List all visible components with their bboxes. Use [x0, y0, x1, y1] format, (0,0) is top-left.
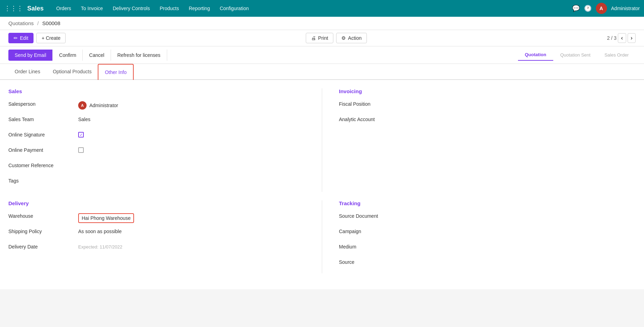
tracking-section: Tracking Source Document Campaign Medium…: [339, 200, 636, 273]
sales-team-label: Sales Team: [8, 115, 78, 122]
tags-value[interactable]: [78, 177, 305, 178]
section-separator: [8, 192, 636, 200]
source-row: Source: [339, 258, 636, 269]
shipping-policy-row: Shipping Policy As soon as possible: [8, 227, 305, 238]
user-avatar[interactable]: A: [596, 3, 607, 14]
edit-icon: ✏: [14, 35, 18, 41]
warehouse-highlight[interactable]: Hai Phong Warehouse: [78, 213, 134, 223]
online-signature-value[interactable]: [78, 131, 305, 138]
warehouse-row: Warehouse Hai Phong Warehouse: [8, 212, 305, 223]
vertical-divider-1: [322, 88, 322, 192]
source-document-value[interactable]: [409, 212, 636, 213]
nav-delivery-controls[interactable]: Delivery Controls: [109, 3, 154, 13]
user-name[interactable]: Administrator: [611, 6, 640, 11]
source-value[interactable]: [409, 258, 636, 259]
nav-icons: 💬 🕐 A Administrator: [572, 3, 640, 14]
campaign-row: Campaign: [339, 227, 636, 238]
brand-name[interactable]: Sales: [27, 5, 44, 12]
sales-section: Sales Salesperson A Administrator Sales …: [8, 88, 305, 192]
delivery-date-row: Delivery Date Expected: 11/07/2022: [8, 243, 305, 254]
analytic-account-value[interactable]: [409, 115, 636, 117]
online-signature-checkbox[interactable]: [78, 132, 84, 138]
nav-reporting[interactable]: Reporting: [185, 3, 214, 13]
delivery-date-label: Delivery Date: [8, 243, 78, 250]
warehouse-value[interactable]: Hai Phong Warehouse: [78, 212, 305, 223]
delivery-section: Delivery Warehouse Hai Phong Warehouse S…: [8, 200, 305, 273]
pagination: 2 / 3 ‹ ›: [607, 33, 636, 43]
warehouse-label: Warehouse: [8, 212, 78, 219]
fiscal-position-label: Fiscal Position: [339, 100, 409, 107]
medium-row: Medium: [339, 243, 636, 254]
analytic-account-label: Analytic Account: [339, 115, 409, 122]
pagination-next[interactable]: ›: [628, 33, 636, 43]
main-content: Sales Salesperson A Administrator Sales …: [0, 80, 644, 289]
edit-button[interactable]: ✏ Edit: [8, 33, 34, 43]
chat-icon[interactable]: 💬: [572, 5, 580, 12]
tabs-bar: Order Lines Optional Products Other Info: [0, 64, 644, 80]
vertical-divider-2: [322, 200, 322, 273]
salesperson-avatar: A: [78, 101, 87, 110]
breadcrumb-current: S00008: [42, 20, 60, 26]
action-button[interactable]: ⚙ Action: [336, 33, 367, 43]
refresh-button[interactable]: Refresh for licenses: [111, 50, 167, 61]
online-signature-label: Online Signature: [8, 131, 78, 138]
shipping-policy-label: Shipping Policy: [8, 227, 78, 234]
delivery-date-value[interactable]: Expected: 11/07/2022: [78, 243, 305, 250]
pagination-prev[interactable]: ‹: [618, 33, 626, 43]
analytic-account-row: Analytic Account: [339, 115, 636, 126]
gear-icon: ⚙: [341, 35, 346, 41]
online-payment-checkbox[interactable]: [78, 147, 84, 153]
status-quotation[interactable]: Quotation: [518, 49, 553, 61]
nav-to-invoice[interactable]: To Invoice: [77, 3, 107, 13]
delivery-section-title: Delivery: [8, 200, 305, 206]
cancel-button[interactable]: Cancel: [83, 50, 111, 61]
invoicing-section: Invoicing Fiscal Position Analytic Accou…: [339, 88, 636, 192]
breadcrumb-parent[interactable]: Quotations: [8, 20, 34, 26]
print-button[interactable]: 🖨 Print: [306, 33, 333, 43]
status-quotation-sent[interactable]: Quotation Sent: [553, 50, 598, 60]
tags-label: Tags: [8, 177, 78, 184]
salesperson-label: Salesperson: [8, 100, 78, 107]
invoicing-section-title: Invoicing: [339, 88, 636, 94]
send-by-email-button[interactable]: Send by Email: [8, 50, 53, 61]
fiscal-position-row: Fiscal Position: [339, 100, 636, 111]
online-payment-label: Online Payment: [8, 146, 78, 153]
clock-icon[interactable]: 🕐: [584, 5, 592, 12]
tab-order-lines[interactable]: Order Lines: [8, 64, 46, 80]
source-label: Source: [339, 258, 409, 265]
breadcrumb: Quotations / S00008: [0, 17, 644, 30]
bottom-sections: Delivery Warehouse Hai Phong Warehouse S…: [8, 200, 636, 273]
pagination-count: 2 / 3: [607, 35, 616, 41]
online-payment-row: Online Payment: [8, 146, 305, 157]
source-document-row: Source Document: [339, 212, 636, 223]
print-icon: 🖨: [311, 35, 316, 41]
salesperson-row: Salesperson A Administrator: [8, 100, 305, 111]
toolbar: ✏ Edit + Create 🖨 Print ⚙ Action 2 / 3 ‹…: [0, 30, 644, 46]
create-button[interactable]: + Create: [36, 33, 66, 43]
source-document-label: Source Document: [339, 212, 409, 219]
status-steps: Quotation Quotation Sent Sales Order: [518, 49, 636, 61]
sales-team-value[interactable]: Sales: [78, 115, 305, 122]
confirm-button[interactable]: Confirm: [53, 50, 83, 61]
campaign-value[interactable]: [409, 227, 636, 229]
shipping-policy-value[interactable]: As soon as possible: [78, 227, 305, 234]
customer-reference-label: Customer Reference: [8, 161, 78, 168]
delivery-date-placeholder: Expected: 11/07/2022: [78, 244, 123, 250]
medium-label: Medium: [339, 243, 409, 250]
nav-orders[interactable]: Orders: [52, 3, 75, 13]
fiscal-position-value[interactable]: [409, 100, 636, 101]
customer-reference-value[interactable]: [78, 161, 305, 163]
breadcrumb-separator: /: [37, 20, 39, 26]
sales-team-row: Sales Team Sales: [8, 115, 305, 126]
online-signature-row: Online Signature: [8, 131, 305, 142]
tab-other-info[interactable]: Other Info: [98, 64, 133, 80]
grid-icon[interactable]: ⋮⋮⋮: [4, 5, 23, 12]
online-payment-value[interactable]: [78, 146, 305, 153]
nav-configuration[interactable]: Configuration: [215, 3, 253, 13]
campaign-label: Campaign: [339, 227, 409, 234]
status-sales-order[interactable]: Sales Order: [598, 50, 636, 60]
nav-products[interactable]: Products: [155, 3, 183, 13]
tab-optional-products[interactable]: Optional Products: [46, 64, 98, 80]
medium-value[interactable]: [409, 243, 636, 244]
top-sections: Sales Salesperson A Administrator Sales …: [8, 88, 636, 192]
